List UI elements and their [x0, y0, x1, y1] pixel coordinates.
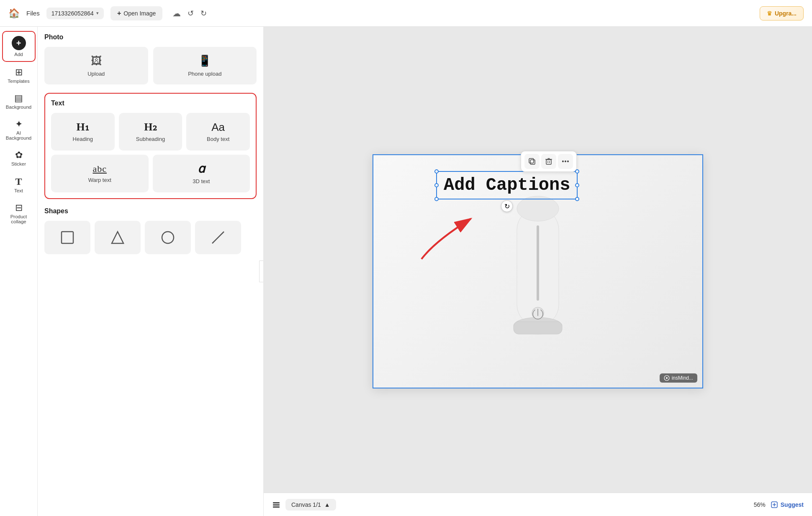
filename-text: 1713326052864 [51, 10, 94, 17]
chevron-down-icon: ▾ [96, 10, 99, 16]
ai-background-icon: ✦ [15, 120, 23, 129]
home-icon[interactable]: 🏠 [8, 8, 20, 19]
redo-button[interactable]: ↻ [200, 9, 207, 18]
chevron-up-icon: ▲ [324, 501, 330, 508]
product-collage-icon: ⊟ [15, 203, 23, 212]
triangle-icon [110, 230, 125, 245]
handle-bottom-left[interactable] [434, 197, 439, 201]
heading-label: Heading [73, 136, 93, 142]
sidebar-item-add[interactable]: + Add [2, 31, 36, 62]
svg-rect-13 [546, 160, 551, 164]
svg-rect-12 [529, 158, 534, 163]
sticker-icon: ✿ [15, 151, 23, 160]
upload-icon: 🖼 [91, 54, 102, 67]
suggest-button[interactable]: Suggest [771, 501, 804, 508]
photo-section-title: Photo [44, 33, 257, 41]
sidebar-item-templates[interactable]: ⊞ Templates [2, 64, 36, 88]
background-icon: ▤ [14, 94, 23, 103]
sidebar-item-ai-background[interactable]: ✦ AI Background [2, 115, 36, 145]
handle-middle-right[interactable] [575, 183, 579, 187]
more-options-button[interactable]: ••• [558, 154, 573, 169]
aa-icon: Aa [211, 122, 225, 133]
upload-label: Upload [87, 71, 105, 77]
text-icon: T [15, 176, 22, 186]
sidebar-item-background[interactable]: ▤ Background [2, 89, 36, 114]
left-panel: Photo 🖼 Upload 📱 Phone upload Text H₁ He… [38, 27, 264, 516]
svg-rect-11 [530, 160, 535, 164]
svg-rect-9 [537, 225, 539, 301]
shapes-section-title: Shapes [44, 207, 257, 215]
svg-line-3 [212, 232, 224, 243]
square-shape-button[interactable] [44, 221, 90, 254]
plus-icon: + [117, 10, 121, 17]
warp-text-icon: abc [93, 164, 107, 174]
svg-rect-0 [62, 232, 73, 243]
bottom-bar: Canvas 1/1 ▲ 56% Suggest [264, 493, 812, 516]
watermark-icon [664, 375, 670, 381]
phone-upload-label: Phone upload [188, 71, 221, 77]
phone-upload-icon: 📱 [198, 54, 211, 67]
circle-shape-button[interactable] [145, 221, 191, 254]
three-d-text-label: 3D text [193, 178, 210, 184]
watermark-text: insMind... [672, 375, 693, 381]
line-shape-button[interactable] [195, 221, 241, 254]
heading-button[interactable]: H₁ Heading [51, 113, 115, 151]
h2-icon: H₂ [144, 122, 157, 133]
svg-point-5 [517, 196, 559, 221]
sidebar-item-sticker[interactable]: ✿ Sticker [2, 146, 36, 171]
shapes-section: Shapes [44, 207, 257, 254]
warp-text-label: Warp text [88, 177, 111, 183]
duplicate-button[interactable] [524, 154, 540, 169]
svg-rect-22 [273, 506, 280, 508]
svg-point-2 [162, 232, 174, 243]
sidebar-item-text[interactable]: T Text [2, 172, 36, 197]
text-section: Text H₁ Heading H₂ Subheading Aa Body te… [44, 93, 257, 199]
upload-button[interactable]: 🖼 Upload [44, 47, 148, 84]
triangle-shape-button[interactable] [95, 221, 141, 254]
text-grid-bottom: abc Warp text ɑ 3D text [51, 155, 250, 192]
line-icon [211, 230, 226, 245]
photo-section: Photo 🖼 Upload 📱 Phone upload [44, 33, 257, 84]
caption-text-element[interactable]: ••• Add Captions ↻ [436, 171, 578, 199]
cloud-icon[interactable]: ☁ [172, 8, 181, 18]
svg-rect-20 [273, 502, 280, 503]
main-layout: + Add ⊞ Templates ▤ Background ✦ AI Back… [0, 27, 812, 516]
canvas-toolbar: ••• [521, 151, 577, 172]
warp-text-button[interactable]: abc Warp text [51, 155, 149, 192]
zoom-label: 56% [754, 501, 766, 508]
open-image-button[interactable]: + Open Image [110, 6, 162, 20]
three-d-text-button[interactable]: ɑ 3D text [153, 155, 250, 192]
upgrade-button[interactable]: ♛ Upgra... [760, 6, 804, 20]
svg-rect-21 [273, 504, 280, 506]
canvas-area: ••• Add Captions ↻ insMind... [264, 27, 812, 516]
svg-point-19 [666, 377, 668, 379]
shapes-grid [44, 221, 257, 254]
handle-middle-left[interactable] [434, 183, 439, 187]
files-label[interactable]: Files [26, 10, 40, 17]
layers-icon [272, 501, 280, 509]
square-icon [60, 230, 75, 245]
text-section-title: Text [51, 100, 250, 107]
filename-selector[interactable]: 1713326052864 ▾ [46, 8, 104, 19]
text-grid-top: H₁ Heading H₂ Subheading Aa Body text [51, 113, 250, 151]
phone-upload-button[interactable]: 📱 Phone upload [153, 47, 257, 84]
sidebar-item-product-collage[interactable]: ⊟ Product collage [2, 199, 36, 228]
layers-button[interactable] [272, 501, 280, 509]
rotate-handle[interactable]: ↻ [501, 200, 513, 212]
collapse-panel-button[interactable]: ‹ [259, 261, 264, 282]
h1-icon: H₁ [77, 122, 90, 133]
photo-grid: 🖼 Upload 📱 Phone upload [44, 47, 257, 84]
watermark: insMind... [660, 373, 697, 383]
templates-icon: ⊞ [15, 68, 23, 77]
delete-button[interactable] [541, 154, 556, 169]
caption-text-content[interactable]: Add Captions [444, 175, 570, 195]
topbar: 🏠 Files 1713326052864 ▾ + Open Image ☁ ↺… [0, 0, 812, 27]
body-text-label: Body text [207, 136, 229, 142]
subheading-button[interactable]: H₂ Subheading [119, 113, 182, 151]
body-text-button[interactable]: Aa Body text [186, 113, 250, 151]
canvas-info-text: Canvas 1/1 [291, 501, 321, 508]
handle-top-left[interactable] [434, 169, 439, 174]
svg-marker-1 [112, 232, 123, 243]
canvas-info[interactable]: Canvas 1/1 ▲ [285, 499, 336, 511]
undo-button[interactable]: ↺ [188, 9, 194, 18]
